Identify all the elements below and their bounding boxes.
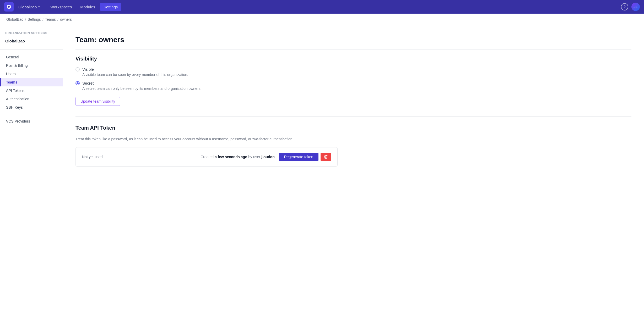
chevron-down-icon: ▾ — [38, 5, 40, 9]
visible-option: Visible A visible team can be seen by ev… — [75, 67, 631, 77]
sidebar-divider-2 — [0, 114, 63, 114]
avatar-image: JL — [631, 3, 640, 11]
token-actions: Regenerate token — [279, 153, 331, 161]
breadcrumb-current: owners — [60, 17, 72, 21]
breadcrumb: GlobalBao / Settings / Teams / owners — [0, 14, 644, 25]
visibility-section-title: Visibility — [75, 56, 631, 62]
sidebar-section-label: ORGANIZATION SETTINGS — [0, 31, 63, 38]
sidebar-item-users[interactable]: Users — [0, 70, 63, 78]
main-nav: Workspaces Modules Settings — [47, 3, 121, 11]
nav-modules[interactable]: Modules — [77, 3, 99, 11]
token-meta: Created a few seconds ago by user jloudo… — [201, 155, 274, 159]
delete-token-button[interactable] — [321, 153, 331, 161]
secret-description: A secret team can only be seen by its me… — [82, 86, 631, 91]
org-selector[interactable]: GlobalBao ▾ — [16, 3, 42, 11]
visible-label[interactable]: Visible — [75, 67, 631, 71]
help-button[interactable]: ? — [621, 3, 628, 10]
sidebar-item-ssh-keys[interactable]: SSH Keys — [0, 103, 63, 112]
breadcrumb-teams[interactable]: Teams — [45, 17, 56, 21]
visible-description: A visible team can be seen by every memb… — [82, 73, 631, 77]
sidebar-item-general[interactable]: General — [0, 53, 63, 61]
app-logo[interactable] — [4, 2, 14, 12]
sidebar-item-vcs-providers[interactable]: VCS Providers — [0, 117, 63, 125]
nav-settings[interactable]: Settings — [100, 3, 121, 11]
visible-label-text: Visible — [82, 67, 94, 71]
token-status: Not yet used — [82, 155, 196, 159]
sidebar-item-teams[interactable]: Teams — [0, 78, 63, 86]
user-avatar[interactable]: JL — [631, 3, 640, 11]
sidebar-org-name: GlobalBao — [0, 38, 63, 47]
nav-workspaces[interactable]: Workspaces — [47, 3, 75, 11]
breadcrumb-sep-3: / — [57, 17, 58, 21]
sidebar-divider-1 — [0, 49, 63, 50]
secret-label[interactable]: Secret — [75, 81, 631, 85]
api-token-section: Team API Token Treat this token like a p… — [75, 125, 631, 167]
sidebar: ORGANIZATION SETTINGS GlobalBao General … — [0, 25, 63, 326]
token-box: Not yet used Created a few seconds ago b… — [75, 147, 338, 167]
breadcrumb-settings[interactable]: Settings — [28, 17, 41, 21]
navbar-right: ? JL — [621, 3, 640, 11]
org-name: GlobalBao — [18, 5, 37, 9]
secret-option: Secret A secret team can only be seen by… — [75, 81, 631, 91]
secret-label-text: Secret — [82, 81, 94, 85]
update-visibility-button[interactable]: Update team visibility — [75, 97, 120, 106]
sidebar-item-api-tokens[interactable]: API Tokens — [0, 86, 63, 95]
trash-icon — [324, 155, 328, 159]
api-token-description: Treat this token like a password, as it … — [75, 136, 311, 142]
visible-radio-input[interactable] — [75, 67, 80, 71]
main-content: Team: owners Visibility Visible A visibl… — [63, 25, 644, 326]
breadcrumb-globalbao[interactable]: GlobalBao — [6, 17, 23, 21]
secret-radio-input[interactable] — [75, 81, 80, 85]
section-divider — [75, 116, 631, 117]
page-title: Team: owners — [75, 36, 631, 49]
breadcrumb-sep-1: / — [25, 17, 26, 21]
sidebar-item-authentication[interactable]: Authentication — [0, 95, 63, 103]
layout: ORGANIZATION SETTINGS GlobalBao General … — [0, 25, 644, 326]
regenerate-token-button[interactable]: Regenerate token — [279, 153, 318, 161]
breadcrumb-sep-2: / — [42, 17, 44, 21]
sidebar-item-plan-billing[interactable]: Plan & Billing — [0, 61, 63, 70]
visibility-radio-group: Visible A visible team can be seen by ev… — [75, 67, 631, 91]
visibility-section: Visibility Visible A visible team can be… — [75, 56, 631, 106]
api-token-section-title: Team API Token — [75, 125, 631, 131]
navbar: GlobalBao ▾ Workspaces Modules Settings … — [0, 0, 644, 14]
